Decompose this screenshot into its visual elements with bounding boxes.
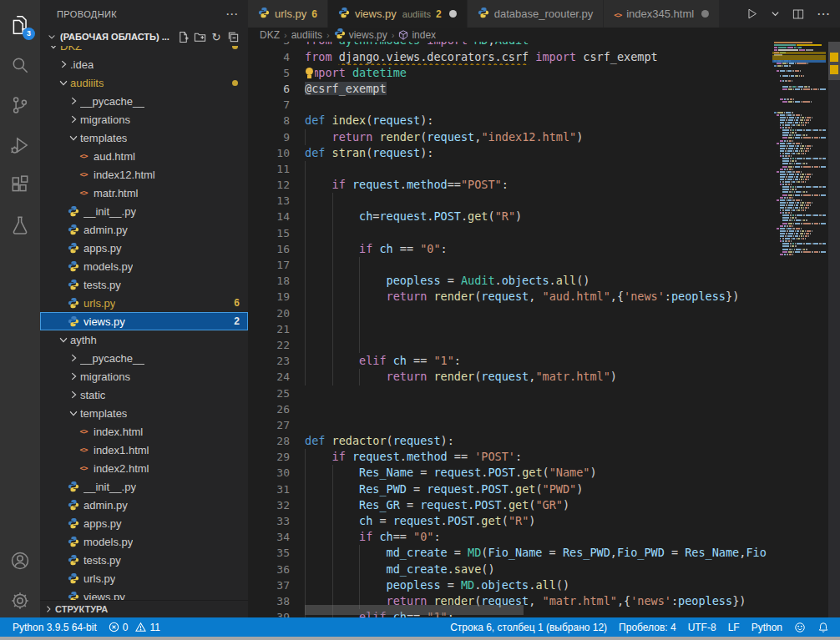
code-line[interactable]: 35md_create = MD(Fio_Name = Res_PWD,Fio_… bbox=[248, 545, 840, 561]
code-line[interactable]: 28def redactor(request): bbox=[248, 433, 840, 449]
testing-icon[interactable] bbox=[0, 205, 40, 245]
code-line[interactable]: 23elif ch == "1": bbox=[248, 353, 840, 369]
tree-item-admin-py[interactable]: admin.py bbox=[40, 496, 248, 514]
run-debug-icon[interactable] bbox=[0, 125, 40, 165]
feedback-icon[interactable] bbox=[788, 622, 812, 633]
notifications-bell-icon[interactable] bbox=[812, 622, 835, 633]
breadcrumb-item[interactable]: audiiits bbox=[291, 29, 322, 41]
code-line[interactable]: 11 bbox=[248, 161, 840, 177]
code-line[interactable]: 31Res_PWD = request.POST.get("PWD") bbox=[248, 481, 840, 497]
code-line[interactable]: 12if request.method=="POST": bbox=[248, 177, 840, 193]
indentation-item[interactable]: Пробелов: 4 bbox=[613, 622, 682, 633]
tree-item-audiiits[interactable]: audiiits bbox=[40, 73, 248, 92]
code-line[interactable]: 27 bbox=[248, 417, 840, 433]
code-line[interactable]: 24return render(request,"matr.html") bbox=[248, 369, 840, 385]
breadcrumb-item[interactable]: views.py bbox=[334, 28, 387, 42]
code-line[interactable]: 10def stran(request): bbox=[248, 145, 840, 161]
tree-item--idea[interactable]: .idea bbox=[40, 55, 248, 73]
code-line[interactable]: 15 bbox=[248, 225, 840, 241]
settings-gear-icon[interactable] bbox=[0, 581, 40, 621]
code-line[interactable]: 17 bbox=[248, 257, 840, 273]
tree-item-views-py[interactable]: views.py2 bbox=[40, 312, 248, 330]
outline-section-header[interactable]: СТРУКТУРА bbox=[40, 600, 248, 617]
split-editor-icon[interactable] bbox=[792, 8, 805, 21]
code-line[interactable]: 21 bbox=[248, 321, 840, 337]
code-line[interactable]: 26 bbox=[248, 401, 840, 417]
code-line[interactable]: 4from django.views.decorators.csrf impor… bbox=[248, 49, 840, 65]
tree-item-index2-html[interactable]: <>index2.html bbox=[40, 459, 248, 477]
code-editor[interactable]: 3from aythh.models import MD,Audit4from … bbox=[248, 42, 840, 617]
tree-item--init-py[interactable]: __init__.py bbox=[40, 202, 248, 220]
tree-item-migrations[interactable]: migrations bbox=[40, 367, 248, 386]
run-icon[interactable] bbox=[745, 7, 759, 21]
breadcrumb-item[interactable]: DKZ bbox=[260, 29, 280, 41]
tree-item-apps-py[interactable]: apps.py bbox=[40, 514, 248, 532]
workspace-section-header[interactable]: (РАБОЧАЯ ОБЛАСТЬ) ... ↻ bbox=[40, 28, 248, 46]
code-line[interactable]: 16if ch == "0": bbox=[248, 241, 840, 257]
code-line[interactable]: 7 bbox=[248, 97, 840, 113]
horizontal-scrollbar[interactable] bbox=[305, 605, 524, 615]
python-version-item[interactable]: Python 3.9.5 64-bit bbox=[7, 622, 103, 633]
more-actions-icon[interactable]: ⋯ bbox=[817, 6, 830, 22]
collapse-all-icon[interactable] bbox=[225, 28, 241, 45]
tree-item-apps-py[interactable]: apps.py bbox=[40, 239, 248, 257]
code-line[interactable]: 13 bbox=[248, 193, 840, 209]
code-line[interactable]: 8def index(request): bbox=[248, 113, 840, 129]
account-icon[interactable] bbox=[0, 541, 40, 581]
problems-item[interactable]: 0 11 bbox=[103, 622, 166, 633]
tree-item-models-py[interactable]: models.py bbox=[40, 532, 248, 551]
dirty-dot[interactable] bbox=[701, 10, 709, 18]
tree-item--pycache-[interactable]: __pycache__ bbox=[40, 92, 248, 110]
eol-item[interactable]: LF bbox=[722, 622, 746, 633]
tree-item--init-py[interactable]: __init__.py bbox=[40, 477, 248, 496]
tab-urls-py[interactable]: urls.py6 bbox=[248, 0, 328, 28]
tab-index345-html[interactable]: <>index345.html bbox=[604, 0, 720, 28]
code-line[interactable]: 34if ch== "0": bbox=[248, 529, 840, 545]
explorer-icon[interactable]: 3 bbox=[0, 5, 40, 45]
tree-item-tests-py[interactable]: tests.py bbox=[40, 551, 248, 569]
cursor-position-item[interactable]: Строка 6, столбец 1 (выбрано 12) bbox=[444, 622, 613, 633]
dirty-dot[interactable] bbox=[449, 10, 457, 18]
tree-item-templates[interactable]: templates bbox=[40, 404, 248, 422]
tree-item-index1-html[interactable]: <>index1.html bbox=[40, 441, 248, 459]
code-line[interactable]: 19return render(request, "aud.html",{'ne… bbox=[248, 289, 840, 305]
code-line[interactable]: 5import datetime bbox=[248, 65, 840, 81]
more-actions-icon[interactable]: ⋯ bbox=[225, 7, 238, 22]
tree-item--pycache-[interactable]: __pycache__ bbox=[40, 349, 248, 367]
tree-item-matr-html[interactable]: <>matr.html bbox=[40, 184, 248, 202]
search-icon[interactable] bbox=[0, 45, 40, 85]
code-line[interactable]: 20 bbox=[248, 305, 840, 321]
code-line[interactable]: 30Res_Name = request.POST.get("Name") bbox=[248, 465, 840, 481]
code-line[interactable]: 33ch = request.POST.get("R") bbox=[248, 513, 840, 529]
code-line[interactable]: 18peopless = Audit.objects.all() bbox=[248, 273, 840, 289]
minimap[interactable] bbox=[772, 42, 826, 617]
code-line[interactable]: 37peopless = MD.objects.all() bbox=[248, 577, 840, 593]
vertical-scrollbar[interactable] bbox=[828, 42, 840, 617]
new-folder-icon[interactable] bbox=[191, 28, 208, 45]
code-line[interactable]: 3from aythh.models import MD,Audit bbox=[248, 42, 840, 49]
code-line[interactable]: 6@csrf_exempt bbox=[248, 81, 840, 97]
tree-item-index-html[interactable]: <>index.html bbox=[40, 422, 248, 441]
code-line[interactable]: 9return render(request,"index12.html") bbox=[248, 129, 840, 145]
tree-item-migrations[interactable]: migrations bbox=[40, 110, 248, 129]
tree-item-aud-html[interactable]: <>aud.html bbox=[40, 147, 248, 165]
tree-item-static[interactable]: static bbox=[40, 386, 248, 404]
tree-item-models-py[interactable]: models.py bbox=[40, 257, 248, 275]
code-line[interactable]: 36md_create.save() bbox=[248, 562, 840, 577]
tree-item-index12-html[interactable]: <>index12.html bbox=[40, 165, 248, 184]
code-line[interactable]: 32Res_GR = request.POST.get("GR") bbox=[248, 497, 840, 513]
new-file-icon[interactable] bbox=[175, 28, 191, 45]
language-mode-item[interactable]: Python bbox=[746, 622, 788, 633]
extensions-icon[interactable] bbox=[0, 165, 40, 205]
code-line[interactable]: 25 bbox=[248, 386, 840, 401]
tree-item-aythh[interactable]: aythh bbox=[40, 330, 248, 349]
tree-item-urls-py[interactable]: urls.py bbox=[40, 569, 248, 587]
code-line[interactable]: 29if request.method == 'POST': bbox=[248, 449, 840, 465]
encoding-item[interactable]: UTF-8 bbox=[682, 622, 722, 633]
code-line[interactable]: 14ch=request.POST.get("R") bbox=[248, 209, 840, 224]
tree-item-views-py[interactable]: views.py bbox=[40, 587, 248, 601]
tree-item-DKZ[interactable]: DKZ bbox=[40, 46, 248, 55]
tab-database-roouter-py[interactable]: database_roouter.py bbox=[468, 0, 605, 28]
source-control-icon[interactable] bbox=[0, 85, 40, 125]
tree-item-tests-py[interactable]: tests.py bbox=[40, 275, 248, 294]
